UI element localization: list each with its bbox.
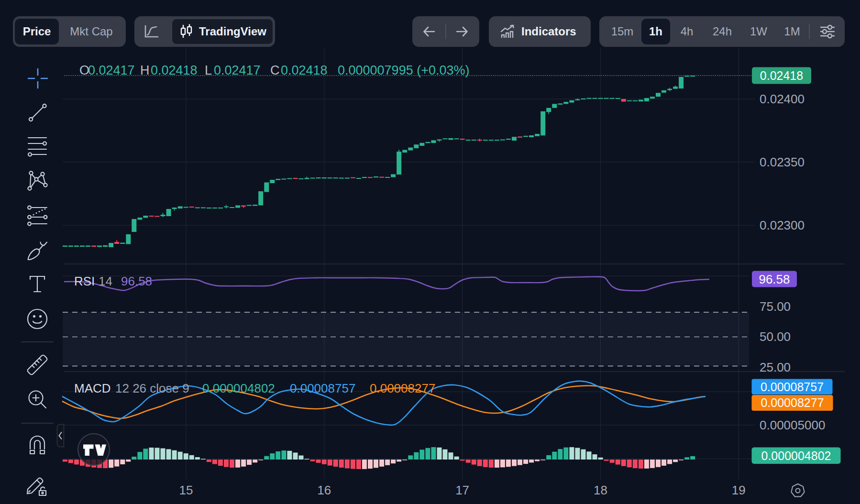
svg-text:L: L — [205, 63, 212, 77]
svg-text:96.58: 96.58 — [121, 274, 152, 288]
svg-text:12 26 close 9: 12 26 close 9 — [115, 381, 189, 395]
svg-text:0.00005000: 0.00005000 — [760, 418, 825, 432]
svg-text:0.00008757: 0.00008757 — [761, 380, 824, 394]
svg-text:0.02300: 0.02300 — [760, 218, 805, 232]
svg-text:18: 18 — [594, 483, 607, 497]
svg-text:0.02400: 0.02400 — [760, 92, 805, 106]
svg-text:H: H — [140, 63, 150, 77]
svg-text:50.00: 50.00 — [760, 329, 791, 344]
svg-text:96.58: 96.58 — [759, 272, 790, 286]
svg-text:0.000004802: 0.000004802 — [202, 381, 275, 395]
svg-text:0.02418: 0.02418 — [281, 63, 328, 77]
svg-text:25.00: 25.00 — [760, 360, 791, 374]
svg-text:16: 16 — [317, 483, 331, 497]
svg-text:0.00008757: 0.00008757 — [290, 381, 355, 395]
svg-text:0.02418: 0.02418 — [760, 69, 803, 82]
svg-text:0.000007995 (+0.03%): 0.000007995 (+0.03%) — [338, 63, 469, 77]
svg-text:MACD: MACD — [74, 381, 111, 395]
svg-text:0.02417: 0.02417 — [88, 63, 135, 77]
svg-text:0.02350: 0.02350 — [760, 155, 805, 169]
svg-text:19: 19 — [732, 483, 746, 497]
svg-text:0.00008277: 0.00008277 — [761, 396, 824, 409]
svg-text:17: 17 — [455, 483, 469, 497]
svg-text:15: 15 — [179, 483, 193, 497]
svg-text:RSI: RSI — [74, 274, 95, 288]
svg-text:0.000004802: 0.000004802 — [761, 449, 831, 462]
svg-text:0.00008277: 0.00008277 — [370, 381, 435, 395]
svg-text:0.02417: 0.02417 — [214, 63, 261, 77]
svg-text:14: 14 — [99, 274, 112, 288]
svg-text:C: C — [270, 63, 280, 77]
svg-text:0.02418: 0.02418 — [151, 63, 198, 77]
svg-text:75.00: 75.00 — [760, 299, 791, 314]
